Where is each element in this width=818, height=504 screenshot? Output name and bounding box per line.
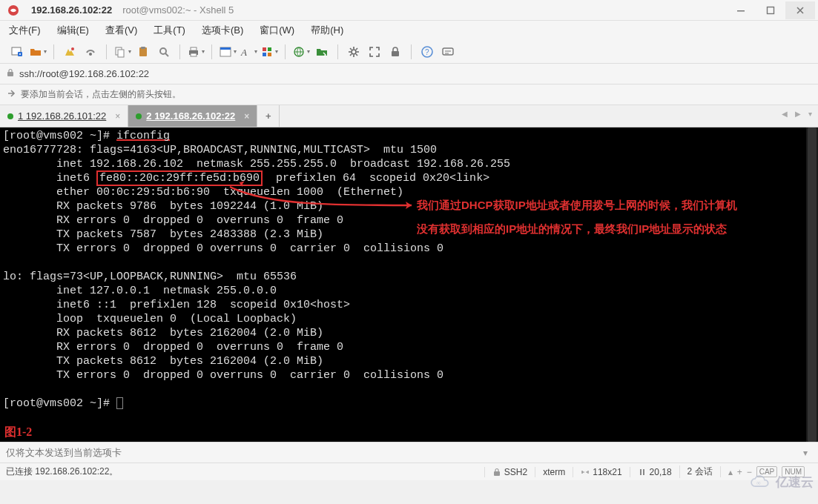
settings-button[interactable] bbox=[344, 42, 363, 62]
menu-bar: 文件(F) 编辑(E) 查看(V) 工具(T) 选项卡(B) 窗口(W) 帮助(… bbox=[0, 21, 818, 40]
figure-label: 图1-2 bbox=[4, 425, 32, 439]
session-tab-2[interactable]: 2 192.168.26.102:22 × bbox=[128, 105, 257, 127]
close-tab-icon[interactable]: × bbox=[244, 111, 249, 122]
compose-bar: ▾ bbox=[0, 442, 818, 462]
status-bar: 已连接 192.168.26.102:22。 SSH2 xterm 118x21… bbox=[0, 462, 818, 480]
svg-point-23 bbox=[352, 50, 356, 54]
cloud-icon: ∞ bbox=[748, 474, 773, 491]
menu-help[interactable]: 帮助(H) bbox=[308, 22, 346, 39]
annotation-line-1: 我们通过DHCP获取IP地址或者使用拨号上网的时候，我们计算机 bbox=[417, 196, 737, 214]
menu-tab[interactable]: 选项卡(B) bbox=[199, 22, 246, 39]
compose-dropdown-icon[interactable]: ▾ bbox=[799, 448, 812, 458]
lock-icon bbox=[6, 68, 15, 79]
address-bar bbox=[0, 64, 818, 84]
open-session-button[interactable] bbox=[28, 42, 47, 62]
fullscreen-button[interactable] bbox=[365, 42, 384, 62]
chevron-up-icon[interactable]: ▴ bbox=[728, 467, 733, 477]
properties-button[interactable] bbox=[218, 42, 237, 62]
cursor-pos-icon bbox=[638, 468, 647, 477]
paste-button[interactable] bbox=[133, 42, 153, 62]
svg-rect-2 bbox=[768, 7, 774, 13]
svg-rect-29 bbox=[494, 471, 500, 476]
tab-menu-button[interactable]: ▾ bbox=[805, 108, 815, 119]
svg-rect-1 bbox=[737, 10, 745, 12]
tab-prev-button[interactable]: ◀ bbox=[779, 108, 791, 119]
address-input[interactable] bbox=[19, 68, 812, 79]
terminal-cursor bbox=[116, 397, 123, 409]
session-tab-1-label: 1 192.168.26.101:22 bbox=[18, 110, 106, 122]
svg-rect-19 bbox=[268, 47, 271, 51]
add-session-tab-button[interactable]: + bbox=[257, 105, 280, 127]
svg-rect-28 bbox=[7, 72, 13, 76]
svg-rect-13 bbox=[191, 47, 197, 50]
svg-rect-20 bbox=[263, 53, 266, 56]
hint-arrow-icon[interactable] bbox=[6, 88, 16, 101]
svg-rect-14 bbox=[191, 53, 197, 56]
tab-next-button[interactable]: ▶ bbox=[792, 108, 804, 119]
menu-window[interactable]: 窗口(W) bbox=[257, 22, 297, 39]
lock-button[interactable] bbox=[386, 42, 405, 62]
svg-point-11 bbox=[160, 48, 166, 54]
svg-rect-16 bbox=[220, 47, 231, 50]
svg-point-5 bbox=[71, 47, 74, 50]
svg-point-6 bbox=[89, 53, 92, 56]
menu-tools[interactable]: 工具(T) bbox=[151, 22, 188, 39]
session-tab-1[interactable]: 1 192.168.26.101:22 × bbox=[0, 105, 128, 127]
disconnect-button[interactable] bbox=[81, 42, 100, 62]
title-bar: 192.168.26.102:22 root@vms002:~ - Xshell… bbox=[0, 0, 818, 21]
copy-button[interactable] bbox=[113, 42, 132, 62]
terminal-area[interactable]: [root@vms002 ~]# ifconfig eno16777728: f… bbox=[0, 127, 818, 442]
status-connection: 已连接 192.168.26.102:22。 bbox=[6, 465, 484, 478]
web-button[interactable] bbox=[291, 42, 311, 62]
menu-edit[interactable]: 编辑(E) bbox=[54, 22, 92, 39]
xftp-button[interactable] bbox=[312, 42, 332, 62]
plus-icon[interactable]: + bbox=[737, 467, 742, 477]
help-button[interactable]: ? bbox=[418, 42, 437, 62]
status-cursor: 20,18 bbox=[630, 467, 679, 477]
close-tab-icon[interactable]: × bbox=[115, 111, 120, 122]
compose-button[interactable] bbox=[438, 42, 458, 62]
colors-button[interactable] bbox=[260, 42, 279, 62]
font-button[interactable]: A bbox=[239, 42, 258, 62]
svg-rect-31 bbox=[643, 469, 644, 475]
minimize-button[interactable] bbox=[726, 1, 756, 19]
terminal-scrollbar[interactable] bbox=[806, 127, 818, 442]
svg-rect-8 bbox=[118, 50, 124, 57]
status-termtype: xterm bbox=[535, 467, 573, 477]
svg-rect-30 bbox=[640, 469, 641, 475]
new-session-button[interactable] bbox=[7, 42, 27, 62]
window-subtitle: root@vms002:~ - Xshell 5 bbox=[119, 4, 237, 16]
reconnect-button[interactable] bbox=[60, 42, 79, 62]
menu-file[interactable]: 文件(F) bbox=[6, 22, 44, 39]
svg-rect-24 bbox=[392, 51, 399, 56]
status-dot-icon bbox=[136, 113, 142, 119]
watermark: ∞ 亿速云 bbox=[748, 474, 814, 491]
toolbar: A ? bbox=[0, 40, 818, 64]
menu-view[interactable]: 查看(V) bbox=[102, 22, 140, 39]
svg-rect-18 bbox=[263, 47, 266, 51]
close-button[interactable] bbox=[785, 1, 815, 19]
svg-text:?: ? bbox=[425, 48, 429, 56]
annotation-arrow-icon bbox=[222, 165, 423, 209]
session-tab-2-label: 2 192.168.26.102:22 bbox=[146, 110, 235, 122]
lock-icon bbox=[492, 468, 501, 477]
annotation-line-2: 没有获取到相应的IP地址的情况下，最终我们IP地址显示的状态 bbox=[417, 220, 727, 238]
status-protocol: SSH2 bbox=[484, 467, 535, 477]
maximize-button[interactable] bbox=[756, 1, 785, 19]
window-active-title: 192.168.26.102:22 bbox=[24, 4, 119, 16]
tab-nav-buttons: ◀ ▶ ▾ bbox=[779, 108, 815, 119]
find-button[interactable] bbox=[154, 42, 174, 62]
status-dot-icon bbox=[7, 113, 13, 119]
app-icon bbox=[7, 4, 19, 16]
hint-text: 要添加当前会话，点击左侧的箭头按钮。 bbox=[21, 88, 181, 101]
print-button[interactable] bbox=[186, 42, 205, 62]
svg-rect-10 bbox=[141, 47, 145, 49]
svg-text:∞: ∞ bbox=[756, 480, 761, 486]
session-tab-bar: 1 192.168.26.101:22 × 2 192.168.26.102:2… bbox=[0, 105, 818, 127]
resize-icon bbox=[581, 468, 590, 477]
compose-input[interactable] bbox=[6, 447, 799, 458]
status-size: 118x21 bbox=[573, 467, 629, 477]
svg-text:A: A bbox=[240, 47, 247, 58]
status-sessions: 2 会话 bbox=[679, 465, 720, 478]
hint-bar: 要添加当前会话，点击左侧的箭头按钮。 bbox=[0, 84, 818, 105]
